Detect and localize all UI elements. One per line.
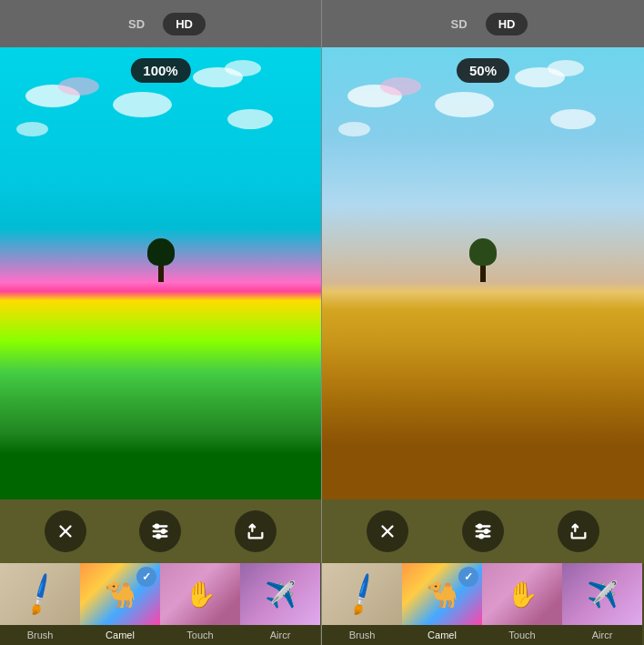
right-thumb-brush[interactable]: 🖌️ Brush (322, 563, 402, 645)
right-share-button[interactable] (558, 510, 599, 552)
right-sd-button[interactable]: SD (438, 13, 480, 35)
right-controls-bar (322, 499, 644, 563)
left-tree (147, 238, 175, 282)
svg-point-14 (485, 529, 488, 533)
right-image-area: 50% (322, 47, 644, 499)
left-top-bar: SD HD (0, 0, 321, 47)
rcloud-7 (435, 92, 494, 117)
right-aircr-label: Aircr (562, 625, 642, 645)
left-tree-top (147, 238, 175, 266)
left-close-button[interactable] (45, 510, 86, 552)
right-top-bar: SD HD (322, 0, 644, 47)
cloud-5 (227, 109, 273, 129)
rcloud-5 (550, 109, 596, 129)
cloud-3 (193, 67, 243, 87)
right-selected-check: ✓ (458, 567, 478, 587)
right-natural-image (322, 47, 644, 499)
close-icon-right (377, 521, 397, 541)
right-tree-trunk (480, 266, 486, 282)
rcloud-1 (347, 85, 402, 107)
left-thumb-strip: 🖌️ Brush 🐪 ✓ Camel ✋ Touch ✈️ Aircr (0, 563, 321, 645)
left-thumb-touch[interactable]: ✋ Touch (160, 563, 240, 645)
close-icon (55, 521, 75, 541)
cloud-7 (113, 92, 172, 117)
svg-point-15 (479, 535, 483, 539)
left-tree-trunk (158, 266, 164, 282)
left-panel: SD HD 100% (0, 0, 322, 645)
cloud-2 (58, 77, 99, 96)
share-icon (246, 521, 266, 541)
left-selected-check: ✓ (136, 567, 156, 587)
svg-point-13 (478, 525, 481, 529)
left-hd-button[interactable]: HD (163, 13, 206, 35)
left-thumb-aircr[interactable]: ✈️ Aircr (240, 563, 320, 645)
rcloud-4 (548, 60, 584, 76)
left-brush-label: Brush (0, 625, 80, 645)
right-touch-preview: ✋ (482, 563, 562, 625)
left-thumb-brush[interactable]: 🖌️ Brush (0, 563, 80, 645)
right-camel-label: Camel (402, 625, 482, 645)
rcloud-2 (380, 77, 421, 96)
left-aircr-preview: ✈️ (240, 563, 320, 625)
right-aircr-preview: ✈️ (562, 563, 642, 625)
share-icon-right (569, 521, 589, 541)
left-touch-label: Touch (160, 625, 240, 645)
rcloud-6 (338, 122, 370, 136)
right-panel: SD HD 50% (322, 0, 644, 645)
svg-point-7 (157, 535, 161, 539)
cloud-1 (25, 85, 80, 107)
left-controls-bar (0, 499, 321, 563)
cloud-6 (16, 122, 48, 136)
svg-point-5 (156, 525, 159, 529)
right-close-button[interactable] (367, 510, 408, 552)
right-thumb-aircr[interactable]: ✈️ Aircr (562, 563, 642, 645)
right-thumb-strip: 🖌️ Brush 🐪 ✓ Camel ✋ Touch ✈️ Aircr (322, 563, 644, 645)
left-share-button[interactable] (235, 510, 277, 552)
svg-point-6 (162, 529, 166, 533)
cloud-4 (225, 60, 261, 76)
left-settings-button[interactable] (139, 510, 181, 552)
sliders-icon (150, 521, 170, 541)
left-thumb-camel[interactable]: 🐪 ✓ Camel (80, 563, 160, 645)
left-brush-preview: 🖌️ (0, 563, 80, 625)
left-image-area: 100% (0, 47, 321, 499)
right-percent-badge: 50% (457, 58, 509, 83)
right-brush-label: Brush (322, 625, 402, 645)
left-aircr-label: Aircr (240, 625, 320, 645)
left-camel-label: Camel (80, 625, 160, 645)
left-percent-badge: 100% (130, 58, 190, 83)
sliders-icon-right (473, 521, 493, 541)
left-sd-button[interactable]: SD (116, 13, 157, 35)
right-brush-preview: 🖌️ (322, 563, 402, 625)
right-tree-top (469, 238, 497, 266)
right-settings-button[interactable] (462, 510, 504, 552)
right-thumb-touch[interactable]: ✋ Touch (482, 563, 562, 645)
right-tree (469, 238, 497, 282)
rcloud-3 (515, 67, 565, 87)
right-thumb-camel[interactable]: 🐪 ✓ Camel (402, 563, 482, 645)
right-touch-label: Touch (482, 625, 562, 645)
left-artistic-image (0, 47, 321, 499)
right-hd-button[interactable]: HD (486, 13, 528, 35)
left-touch-preview: ✋ (160, 563, 240, 625)
